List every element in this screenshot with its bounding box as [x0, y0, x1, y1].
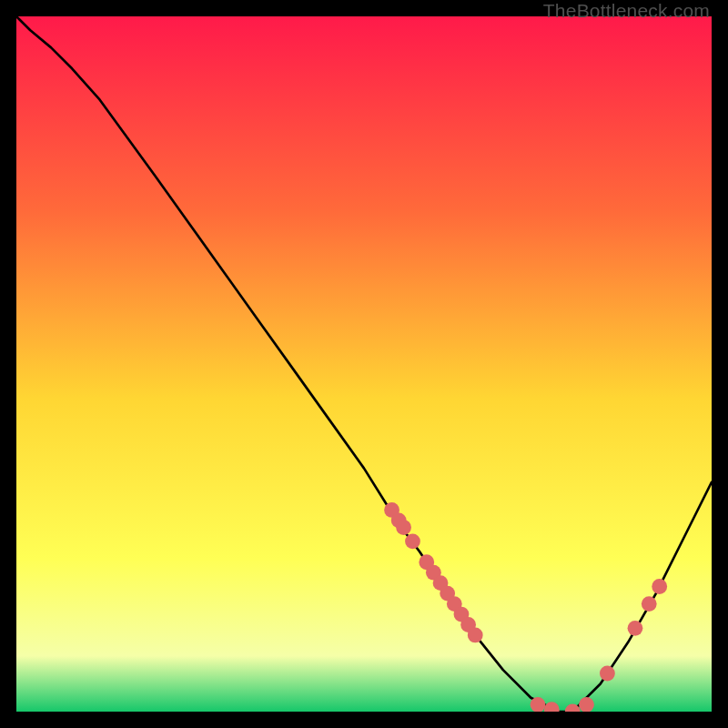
data-point — [544, 702, 560, 712]
scatter-dots — [384, 502, 667, 712]
chart-svg — [16, 16, 712, 712]
watermark-text: TheBottleneck.com — [543, 0, 710, 22]
data-point — [396, 520, 411, 535]
plot-area — [16, 16, 712, 712]
data-point — [531, 697, 546, 712]
data-point — [405, 533, 420, 549]
bottleneck-curve — [16, 16, 712, 712]
chart-stage: TheBottleneck.com — [0, 0, 728, 728]
data-point — [628, 621, 643, 636]
data-point — [468, 628, 483, 643]
data-point — [579, 697, 594, 712]
data-point — [642, 596, 657, 612]
data-point — [652, 579, 667, 594]
data-point — [600, 666, 615, 682]
